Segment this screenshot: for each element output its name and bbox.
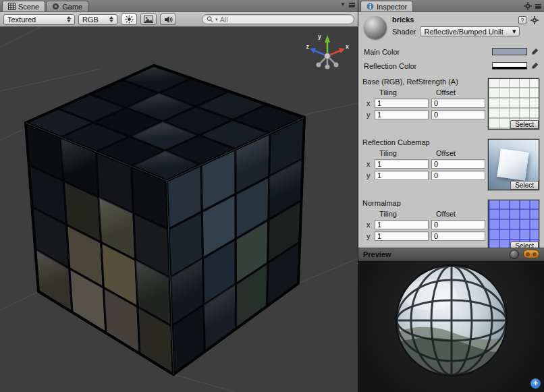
- skybox-fx-toggle-button[interactable]: [140, 13, 157, 25]
- offset-y-input[interactable]: [431, 110, 485, 119]
- updown-icon: [109, 16, 113, 22]
- tiling-header: Tiling: [375, 149, 429, 157]
- panel-menu-icon[interactable]: [535, 4, 541, 9]
- tiling-x-input[interactable]: [375, 99, 429, 108]
- offset-header: Offset: [431, 88, 485, 96]
- material-preview-sphere: [358, 261, 544, 392]
- tiling-x-input[interactable]: [375, 220, 429, 229]
- preview-options-button[interactable]: [523, 250, 539, 258]
- reflection-color-swatch[interactable]: [492, 62, 527, 69]
- offset-x-input[interactable]: [431, 99, 485, 108]
- inspector-panel-menu: [524, 2, 541, 10]
- tab-game-label: Game: [62, 3, 82, 11]
- cubemap-thumbnail[interactable]: Select: [488, 139, 539, 190]
- gizmo-x-label: x: [346, 43, 349, 50]
- search-input[interactable]: [220, 16, 350, 24]
- inspector-body: bricks Shader Reflective/Bumped Unlit ▾ …: [358, 12, 544, 248]
- scene-3d-view: [0, 27, 358, 392]
- sun-icon: [125, 15, 134, 24]
- updown-icon: [67, 16, 71, 22]
- inspector-icon: [366, 3, 374, 10]
- preview-header[interactable]: Preview: [358, 248, 544, 260]
- gizmo-center[interactable]: [325, 53, 331, 59]
- texture-section-normalmap: Normalmap Tiling Offset x y Select: [362, 199, 540, 248]
- base-texture-thumbnail[interactable]: Select: [488, 78, 539, 130]
- search-icon: [207, 16, 213, 23]
- offset-x-input[interactable]: [431, 220, 485, 229]
- gizmo-z-label: z: [306, 43, 310, 50]
- search-filter-arrow-icon[interactable]: ▾: [215, 17, 218, 22]
- shader-value: Reflective/Bumped Unlit: [424, 28, 503, 36]
- inspector-tabstrip: Inspector: [358, 0, 544, 12]
- channels-value: RGB: [82, 16, 99, 24]
- main-color-row: Main Color: [364, 47, 539, 57]
- gear-icon[interactable]: [524, 2, 532, 10]
- material-header-icons: ?: [518, 16, 539, 24]
- game-icon: [52, 3, 59, 10]
- tiling-y-input[interactable]: [375, 110, 429, 119]
- x-axis-label: x: [364, 221, 372, 229]
- gear-icon[interactable]: [531, 16, 539, 24]
- orientation-gizmo[interactable]: y x z: [304, 29, 351, 76]
- help-icon[interactable]: ?: [518, 16, 526, 24]
- preview-title: Preview: [363, 250, 506, 258]
- audio-toggle-button[interactable]: [160, 13, 176, 25]
- inspector-panel: Inspector bricks Shader Refle: [358, 0, 544, 392]
- lighting-toggle-button[interactable]: [121, 13, 137, 25]
- main-color-label: Main Color: [364, 48, 492, 56]
- tiling-header: Tiling: [375, 88, 429, 96]
- material-header: bricks Shader Reflective/Bumped Unlit ▾ …: [362, 14, 540, 43]
- scene-icon: [8, 3, 16, 10]
- normalmap-thumbnail[interactable]: Select: [488, 200, 539, 248]
- main-color-swatch[interactable]: [492, 48, 527, 55]
- scene-panel-menu: ▼: [340, 2, 355, 7]
- y-axis-label: y: [364, 232, 372, 240]
- add-icon[interactable]: +: [531, 379, 541, 389]
- offset-header: Offset: [431, 210, 485, 218]
- shader-dropdown[interactable]: Reflective/Bumped Unlit ▾: [420, 26, 520, 36]
- y-axis-label: y: [364, 111, 372, 119]
- offset-x-input[interactable]: [431, 159, 485, 169]
- tiling-x-input[interactable]: [375, 159, 429, 169]
- tab-inspector[interactable]: Inspector: [360, 1, 413, 11]
- chevron-down-icon[interactable]: ▼: [340, 2, 346, 7]
- material-preview-ball[interactable]: [364, 16, 387, 39]
- tab-game[interactable]: Game: [46, 1, 88, 11]
- eyedropper-icon[interactable]: [531, 48, 539, 55]
- x-axis-label: x: [364, 160, 372, 168]
- tab-inspector-label: Inspector: [377, 3, 407, 11]
- select-button[interactable]: Select: [510, 181, 539, 190]
- draw-mode-dropdown[interactable]: Textured: [3, 14, 75, 25]
- shader-row: Shader Reflective/Bumped Unlit ▾: [392, 26, 540, 36]
- chevron-down-icon: ▾: [512, 27, 516, 36]
- reflection-color-label: Reflection Color: [364, 62, 492, 70]
- draw-mode-value: Textured: [7, 16, 36, 24]
- tiling-header: Tiling: [375, 210, 429, 218]
- speaker-icon: [164, 16, 173, 24]
- scene-search-field[interactable]: ▾: [202, 14, 354, 24]
- tiling-y-input[interactable]: [375, 231, 429, 241]
- texture-section-base: Base (RGB), RefStrength (A) Tiling Offse…: [362, 78, 540, 132]
- preview-area[interactable]: +: [358, 261, 544, 392]
- panel-menu-icon[interactable]: [349, 3, 355, 7]
- y-axis-label: y: [364, 171, 372, 179]
- offset-y-input[interactable]: [431, 231, 485, 241]
- gizmo-y-label: y: [318, 33, 321, 40]
- scene-viewport[interactable]: y x z: [0, 27, 358, 392]
- scene-toolbar: Textured RGB: [0, 12, 358, 27]
- image-icon: [144, 16, 153, 23]
- tab-scene-label: Scene: [18, 3, 39, 11]
- offset-header: Offset: [431, 149, 485, 157]
- texture-section-cubemap: Reflection Cubemap Tiling Offset x y Sel…: [362, 138, 540, 192]
- preview-model-button[interactable]: [510, 250, 519, 259]
- eyedropper-icon[interactable]: [531, 62, 539, 69]
- tab-scene[interactable]: Scene: [2, 1, 45, 11]
- select-button[interactable]: Select: [510, 120, 539, 129]
- channels-dropdown[interactable]: RGB: [78, 14, 117, 25]
- scene-tabstrip: Scene Game ▼: [0, 0, 358, 12]
- offset-y-input[interactable]: [431, 171, 485, 180]
- tiling-y-input[interactable]: [375, 171, 429, 180]
- select-button[interactable]: Select: [510, 242, 539, 248]
- scene-panel: Scene Game ▼ Textured RGB: [0, 0, 358, 392]
- shader-label: Shader: [392, 28, 416, 36]
